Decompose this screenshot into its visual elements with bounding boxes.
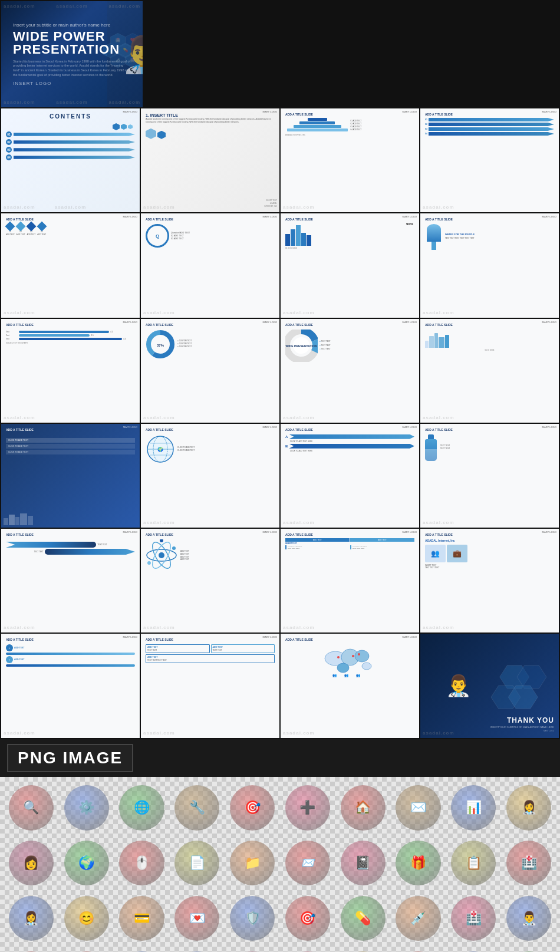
icon-item-23: 💌: [170, 892, 223, 945]
slide-insert-inner: MARY LOGO 1. INSERT TITLE Asadal has bee…: [141, 108, 279, 212]
slide-6-inner: ADD A TITLE SLIDE MARY LOGO Q Question/A…: [141, 213, 279, 317]
slide-17[interactable]: ADD A TITLE SLIDE MARY LOGO TEXT TEXT TE…: [1, 529, 140, 633]
svg-point-32: [159, 552, 164, 558]
slide-13[interactable]: ADD A TITLE SLIDE MARY LOGO CLICK TO ADD…: [1, 424, 140, 528]
slide-16[interactable]: ADD A TITLE SLIDE MARY LOGO TEXT TEXT TE…: [420, 424, 559, 528]
watermark-s16: asadal.com: [423, 520, 454, 525]
slide-12[interactable]: ADD A TITLE SLIDE MARY LOGO 01 02 03 04 …: [420, 319, 559, 423]
slide-7-inner: ADD A TITLE SLIDE MARY LOGO 01 02 03 04 …: [281, 213, 419, 317]
contents-title: CONTENTS: [4, 111, 137, 122]
watermark-s7: asadal.com: [283, 310, 315, 315]
slide-4-inner: ADD A TITLE SLIDE MARY LOGO 01 02 03: [420, 108, 559, 212]
contents-arrow-2: [14, 140, 135, 144]
watermark-s20: asadal.com: [423, 625, 454, 630]
watermark-s17: asadal.com: [4, 625, 35, 630]
slide-4[interactable]: ADD A TITLE SLIDE MARY LOGO 01 02 03: [420, 108, 559, 212]
fish-layout: TEXT TEXT TEXT TEXT: [4, 537, 137, 557]
slide-11-logo: MARY LOGO: [403, 321, 417, 324]
icon-item-37: 💊: [392, 947, 445, 952]
slide-contents-inner: MARY LOGO CONTENTS 01 02 03: [1, 108, 140, 212]
icon-item-2: 🌐: [116, 782, 169, 835]
slide-22[interactable]: ADD A TITLE SLIDE MARY LOGO ADD TEXT TEX…: [141, 634, 279, 737]
svg-point-39: [337, 663, 349, 673]
icons-grid: 🔍⚙️🌐🔧🎯➕🏠✉️📊👩‍⚕️👩🌍🖱️📄📁📨📓🎁📋🏥👩‍⚕️😊💳💌🛡️🎯💊💉🏥👨…: [0, 777, 560, 953]
slide-8[interactable]: ADD A TITLE SLIDE MARY LOGO WATER FOR TH…: [420, 213, 559, 317]
svg-point-41: [337, 656, 340, 658]
slide-8-title: ADD A TITLE SLIDE: [423, 216, 556, 222]
slide-contents[interactable]: MARY LOGO CONTENTS 01 02 03: [1, 108, 140, 212]
icon-item-26: 💊: [337, 892, 390, 945]
icon-item-28: 🏥: [447, 892, 500, 945]
svg-point-38: [355, 650, 369, 662]
slide-14-logo: MARY LOGO: [263, 426, 277, 429]
icon-item-39: ⚛️: [502, 947, 555, 952]
watermark-hero-bc: asadal.com: [56, 100, 88, 105]
icon-item-36: 👩‍⚕️: [337, 947, 390, 952]
ribbon-layout: A CLICK TO ADD TEXT HERE B CLICK TO ADD …: [283, 432, 417, 454]
slide-21-title: ADD A TITLE SLIDE: [4, 636, 137, 642]
svg-point-43: [358, 653, 360, 655]
slide-23[interactable]: ADD A TITLE SLIDE MARY LOGO: [281, 634, 419, 737]
watermark-s11: asadal.com: [283, 415, 315, 420]
watermark-c1: asadal.com: [4, 205, 35, 210]
slide-7[interactable]: ADD A TITLE SLIDE MARY LOGO 01 02 03 04 …: [281, 213, 419, 317]
slide-18-logo: MARY LOGO: [263, 531, 277, 533]
hero-body-text: Started its business in Seoul Korea in F…: [13, 60, 131, 78]
slide-9-inner: ADD A TITLE SLIDE MARY LOGO Text 4.5 Tex…: [1, 319, 140, 423]
contents-item-04: 04: [4, 154, 137, 161]
slide-6[interactable]: ADD A TITLE SLIDE MARY LOGO Q Question/A…: [141, 213, 279, 317]
slide-insert-title[interactable]: MARY LOGO 1. INSERT TITLE Asadal has bee…: [141, 108, 279, 212]
svg-text:🌍: 🌍: [157, 446, 163, 452]
slide-11[interactable]: ADD A TITLE SLIDE MARY LOGO WIDE PRESENT…: [281, 319, 419, 423]
icon-item-15: 📨: [281, 836, 334, 890]
watermark-s23: asadal.com: [283, 730, 315, 736]
skyline-layout: 01 02 03 04: [423, 327, 556, 353]
svg-point-34: [172, 546, 176, 550]
slide-9[interactable]: ADD A TITLE SLIDE MARY LOGO Text 4.5 Tex…: [1, 319, 140, 423]
slide-16-logo: MARY LOGO: [542, 426, 556, 429]
slide-logo-1: MARY LOGO: [123, 110, 137, 113]
watermark-hero-bl: asadal.com: [4, 100, 35, 105]
icon-item-34: 🏥: [226, 947, 279, 952]
watermark-hero-tl: asadal.com: [4, 4, 35, 9]
icon-item-35: ➕: [281, 947, 334, 952]
arrows-list: 01 02 03 04: [423, 117, 556, 137]
contents-num-4: 04: [6, 154, 12, 160]
slide-20[interactable]: ADD A TITLE SLIDE MARY LOGO ASADAL Inter…: [420, 529, 559, 633]
slide-15[interactable]: ADD A TITLE SLIDE MARY LOGO A CLICK TO A…: [281, 424, 419, 528]
slide-thankyou[interactable]: 👨‍⚕️ THANK YOU INSERT YOUR SUBTITLE OR M…: [420, 634, 559, 737]
spiral-layout: WIDE PRESENTATION ● TEXT TEXT ● TEXT TEX…: [283, 327, 417, 364]
slide-22-logo: MARY LOGO: [263, 635, 277, 638]
slides-grid: 🏥 ❤️ 🩺 💊 🔬 💉 🏥 👨‍⚕️: [0, 0, 560, 739]
slide-19[interactable]: ADD A TITLE SLIDE MARY LOGO ADD TEXT ADD…: [281, 529, 419, 633]
atom-layout: ADD TEXT ADD TEXT ADD TEXT ADD TEXT: [143, 537, 277, 574]
slide-11-title: ADD A TITLE SLIDE: [283, 321, 417, 327]
slide-18[interactable]: ADD A TITLE SLIDE MARY LOGO ADD TEXT: [141, 529, 279, 633]
watermark-s10: asadal.com: [143, 415, 175, 420]
hero-slide[interactable]: 🏥 ❤️ 🩺 💊 🔬 💉 🏥 👨‍⚕️: [1, 1, 143, 107]
icon-item-7: ✉️: [392, 782, 445, 835]
contents-arrow-1: [14, 132, 135, 137]
insert-text-items: INSERT TEXT ASADAL INTERNET, INC: [264, 199, 277, 207]
slide-3[interactable]: ADD A TITLE SLIDE MARY LOGO 01 ADD TEXT …: [281, 108, 419, 212]
thankyou-doctor: 👨‍⚕️: [420, 634, 496, 737]
icon-item-27: 💉: [392, 892, 445, 945]
icon-item-13: 📄: [170, 836, 223, 890]
org-layout: ASADAL Internet, Inc 👥 💼 INSERT TEXTTEXT…: [423, 537, 556, 571]
slide-21[interactable]: ADD A TITLE SLIDE MARY LOGO + ADD TEXT +…: [1, 634, 140, 737]
slide-15-logo: MARY LOGO: [403, 426, 417, 429]
slide-19-title: ADD A TITLE SLIDE: [283, 531, 417, 537]
slide-9-logo: MARY LOGO: [123, 321, 137, 324]
watermark-s21: asadal.com: [4, 730, 35, 736]
slide-14[interactable]: ADD A TITLE SLIDE MARY LOGO 🌍 CLICK TO A…: [141, 424, 279, 528]
slide-3-footer: ASADAL INTERNET, INC: [283, 133, 417, 137]
globe-layout: 🌍 CLICK TO ADD TEXT CLICK TO ADD TEXT: [143, 432, 277, 466]
contents-item-02: 02: [4, 139, 137, 146]
svg-text:👥: 👥: [344, 673, 349, 678]
slide-18-inner: ADD A TITLE SLIDE MARY LOGO ADD TEXT: [141, 529, 279, 633]
slide-10[interactable]: ADD A TITLE SLIDE MARY LOGO 37% ● CUSTOM…: [141, 319, 279, 423]
watermark-s12: asadal.com: [423, 415, 454, 420]
slide-10-title: ADD A TITLE SLIDE: [143, 321, 277, 327]
slide-5[interactable]: ADD A TITLE SLIDE MARY LOGO 01 ADD TEXT …: [1, 213, 140, 317]
watermark-it1: asadal.com: [143, 205, 175, 210]
